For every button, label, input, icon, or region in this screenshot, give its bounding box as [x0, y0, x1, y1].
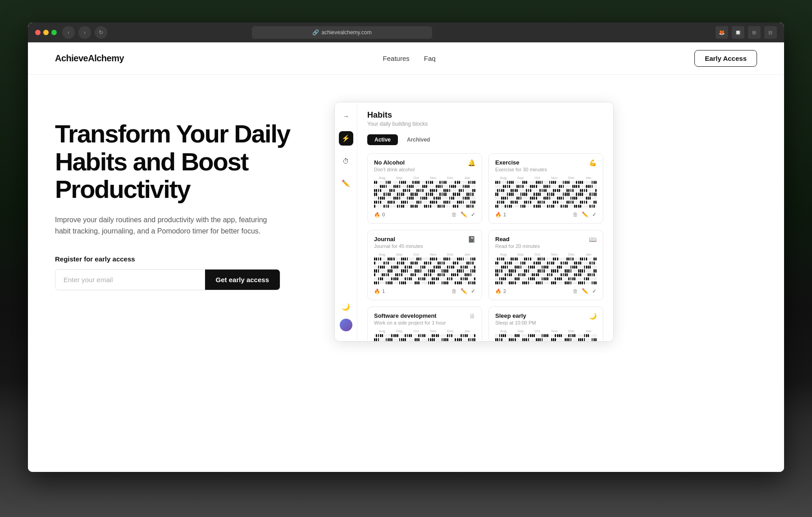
- heatmap-cell: [570, 269, 572, 272]
- heatmap-cell: [507, 181, 508, 184]
- early-access-button[interactable]: Early Access: [694, 50, 757, 67]
- heatmap-cell: [497, 185, 498, 188]
- url-bar[interactable]: 🔗 achievealchemy.com: [252, 26, 432, 39]
- heatmap-cell: [430, 189, 431, 192]
- heatmap-cell: [557, 338, 558, 341]
- close-window-button[interactable]: [35, 30, 41, 35]
- delete-habit-1[interactable]: 🗑: [573, 211, 578, 218]
- heatmap-cell: [463, 273, 464, 276]
- heatmap-cell: [466, 181, 468, 184]
- heatmap-cell: [593, 265, 595, 269]
- habit-card-software: Software development Work on a side proj…: [367, 307, 482, 341]
- heatmap-cell: [465, 181, 466, 184]
- heatmap-cell: [426, 181, 427, 184]
- avatar[interactable]: [340, 319, 352, 331]
- heatmap-cell: [443, 277, 445, 280]
- heatmap-cell: [436, 281, 437, 284]
- habit-icon-software: 🖥: [469, 312, 475, 320]
- browser-toolbar: ‹ › ↻ 🔗 achievealchemy.com 🦊 🔲 ⊞ ⊟: [28, 23, 784, 42]
- minimize-window-button[interactable]: [43, 30, 49, 35]
- heatmap-cell: [389, 277, 391, 280]
- tab-bar: Active Archived: [367, 134, 603, 145]
- heatmap-cell: [595, 181, 597, 184]
- heatmap-cell: [555, 205, 556, 208]
- heatmap-cell: [570, 334, 572, 337]
- heatmap-cell: [374, 273, 375, 276]
- heatmap-cell: [391, 261, 392, 265]
- heatmap-cell: [584, 205, 585, 208]
- heatmap-grid-1: [495, 181, 597, 208]
- heatmap-cell: [403, 197, 404, 200]
- heatmap-cell: [584, 261, 585, 265]
- heatmap-cell: [559, 181, 560, 184]
- heatmap-cell: [443, 281, 445, 284]
- heatmap-cell: [543, 338, 545, 341]
- nav-link-faq[interactable]: Faq: [424, 55, 436, 62]
- extension-btn-2[interactable]: 🔲: [732, 26, 744, 39]
- confirm-habit-3[interactable]: ✓: [592, 288, 597, 294]
- heatmap-cell: [495, 257, 497, 261]
- heatmap-cell: [443, 334, 445, 337]
- confirm-habit-0[interactable]: ✓: [471, 211, 475, 218]
- forward-button[interactable]: ›: [78, 26, 91, 39]
- site-logo[interactable]: AchieveAlchemy: [55, 53, 124, 64]
- sidebar-journal-icon[interactable]: ✏️: [339, 176, 353, 191]
- maximize-window-button[interactable]: [51, 30, 57, 35]
- edit-habit-1[interactable]: ✏️: [582, 211, 588, 218]
- heatmap-cell: [447, 338, 448, 341]
- get-early-access-button[interactable]: Get early access: [205, 270, 280, 290]
- heatmap-cell: [386, 269, 387, 272]
- edit-habit-3[interactable]: ✏️: [582, 288, 588, 294]
- heatmap-cell: [455, 205, 456, 208]
- heatmap-cell: [415, 261, 416, 265]
- heatmap-cell: [515, 265, 516, 269]
- heatmap-cell: [512, 261, 514, 265]
- tab-manager-btn[interactable]: ⊞: [748, 26, 761, 39]
- heatmap-cell: [578, 269, 579, 272]
- heatmap-cell: [578, 192, 579, 196]
- back-button[interactable]: ‹: [62, 26, 75, 39]
- heatmap-cell: [428, 181, 429, 184]
- sidebar-nav-icon[interactable]: →: [339, 109, 353, 123]
- nav-link-features[interactable]: Features: [383, 55, 410, 62]
- heatmap-cell: [547, 201, 548, 204]
- heatmap-cell: [399, 189, 401, 192]
- confirm-habit-1[interactable]: ✓: [592, 211, 597, 218]
- heatmap-cell: [424, 281, 425, 284]
- heatmap-cell: [401, 205, 402, 208]
- email-input[interactable]: [55, 270, 205, 290]
- heatmap-cell: [374, 201, 375, 204]
- tab-archived[interactable]: Archived: [400, 134, 437, 145]
- navbar: AchieveAlchemy Features Faq Early Access: [28, 42, 784, 75]
- heatmap-cell: [443, 261, 445, 265]
- sidebar-timer-icon[interactable]: ⏱: [339, 154, 353, 168]
- edit-habit-0[interactable]: ✏️: [461, 211, 467, 218]
- confirm-habit-2[interactable]: ✓: [471, 288, 475, 294]
- heatmap-cell: [501, 277, 502, 280]
- heatmap-cell: [566, 185, 568, 188]
- extension-btn-1[interactable]: 🦊: [716, 26, 728, 39]
- heatmap-cell: [499, 185, 501, 188]
- refresh-button[interactable]: ↻: [95, 26, 107, 39]
- heatmap-cell: [432, 277, 433, 280]
- heatmap-cell: [397, 265, 398, 269]
- heatmap-cell: [438, 189, 439, 192]
- heatmap-cell: [495, 185, 497, 188]
- heatmap-cell: [511, 265, 512, 269]
- heatmap-cell: [582, 192, 583, 196]
- tab-active[interactable]: Active: [367, 134, 398, 145]
- heatmap-cell: [461, 269, 462, 272]
- heatmap-cell: [578, 277, 579, 280]
- edit-habit-2[interactable]: ✏️: [461, 288, 467, 294]
- delete-habit-3[interactable]: 🗑: [573, 288, 578, 294]
- sidebar-btn[interactable]: ⊟: [764, 26, 777, 39]
- sidebar-moon-icon[interactable]: 🌙: [339, 300, 353, 314]
- sidebar-habits-icon[interactable]: ⚡: [339, 131, 353, 146]
- heatmap-cell: [428, 189, 429, 192]
- heatmap-cell: [549, 281, 551, 284]
- heatmap-cell: [389, 338, 391, 341]
- heatmap-cell: [453, 338, 454, 341]
- delete-habit-0[interactable]: 🗑: [452, 211, 457, 218]
- heatmap-cell: [449, 201, 451, 204]
- delete-habit-2[interactable]: 🗑: [452, 288, 457, 294]
